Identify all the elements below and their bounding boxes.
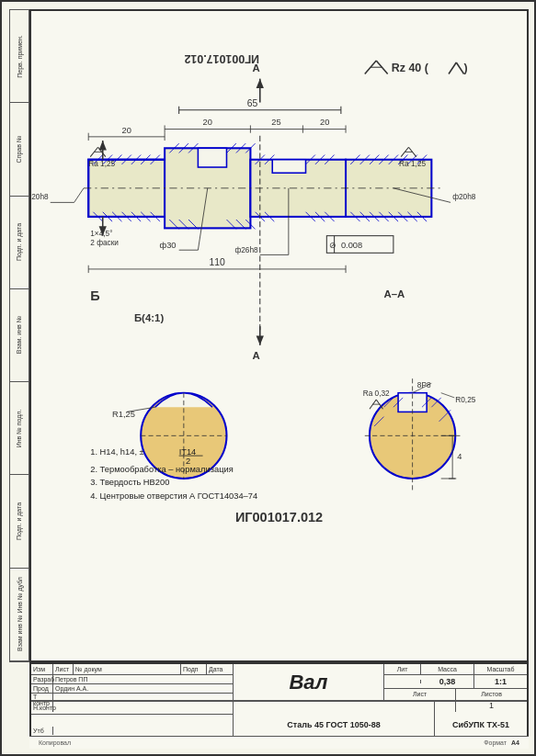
strip-vzam: Взам. инв № (10, 289, 29, 382)
svg-text:ф20h8: ф20h8 (31, 192, 49, 201)
svg-text:А: А (252, 62, 259, 73)
svg-text:R0,25: R0,25 (455, 395, 475, 404)
utv-label: Утб (31, 727, 53, 735)
lit-label: Лит (384, 664, 421, 674)
svg-text:ф26h8: ф26h8 (234, 245, 258, 254)
svg-rect-31 (198, 148, 226, 167)
svg-text:ф20h8: ф20h8 (452, 192, 476, 201)
svg-rect-45 (272, 160, 305, 174)
ra-symbol-left: Ra 1,25 (88, 147, 115, 168)
format-label: Формат (484, 739, 507, 746)
svg-text:ф30: ф30 (160, 241, 177, 250)
svg-text:Ra 1,25: Ra 1,25 (88, 159, 115, 168)
svg-text:): ) (464, 62, 468, 74)
section-arrow-a-top: А (252, 62, 263, 102)
mass-value: 0,38 (421, 675, 474, 688)
svg-line-4 (449, 62, 456, 73)
strip-podp2: Подп. и дата (10, 475, 29, 568)
svg-text:4.  Центровые отверстия А ГОСТ: 4. Центровые отверстия А ГОСТ14034–74 (90, 491, 257, 501)
mass-label: Масса (421, 664, 474, 674)
nkontr-label: Н.контр (31, 704, 53, 712)
svg-text:А: А (252, 350, 259, 361)
svg-text:ИГ001017.012: ИГ001017.012 (235, 510, 323, 525)
ra-symbol-right: Ra 1,25 (399, 147, 426, 168)
svg-text:Б(4:1): Б(4:1) (134, 312, 164, 323)
list-label: Лист (53, 664, 74, 674)
roughness-symbol-main: Rz 40 ( ) (365, 61, 468, 74)
format-value: А4 (511, 739, 519, 746)
svg-text:2 фаски: 2 фаски (90, 238, 119, 247)
svg-line-146 (441, 393, 455, 398)
svg-text:8P8: 8P8 (417, 381, 431, 390)
svg-text:Б: Б (90, 288, 99, 303)
strip-inv: Инв № подл. (10, 382, 29, 475)
svg-marker-120 (99, 141, 107, 150)
svg-text:⊘: ⊘ (329, 241, 336, 250)
svg-text:1.  Н14, h14, ±: 1. Н14, h14, ± (90, 447, 143, 457)
svg-text:25: 25 (271, 118, 280, 127)
strip-label-vzam-inv: Взам инв № Инв № дубл (17, 577, 23, 651)
svg-marker-124 (257, 336, 264, 345)
organization-value: СибУПК ТХ-51 (452, 720, 509, 729)
technical-drawing-svg: ИГ001017.012 Rz 40 ( ) А (31, 11, 527, 660)
doc-label: № докум (74, 664, 181, 674)
svg-marker-8 (257, 79, 264, 88)
document-title: Вал (289, 671, 327, 694)
prover-name: Ордин А.А. (53, 684, 233, 693)
page: Перв. примен. Справ № Подп. и дата Взам.… (0, 0, 536, 756)
svg-text:110: 110 (209, 257, 225, 267)
svg-text:Ra 1,25: Ra 1,25 (399, 159, 426, 168)
strip-label-podp1: Подп. и дата (17, 223, 23, 261)
izm-label: Изм (31, 664, 53, 674)
svg-text:2.  Термообработка – нормализа: 2. Термообработка – нормализация (90, 465, 233, 474)
strip-label-podp2: Подп. и дата (17, 502, 23, 540)
podp-label-h: Подп (181, 664, 207, 674)
strip-label-vzam: Взам. инв № (17, 316, 23, 354)
date-label-h: Дата (207, 664, 233, 674)
copy-format-row: Копировал Формат А4 (29, 736, 529, 749)
svg-line-5 (456, 62, 463, 73)
svg-text:А–А: А–А (384, 288, 405, 299)
svg-text:3.  Твердость НВ200: 3. Твердость НВ200 (90, 478, 169, 487)
strip-perv: Перв. примен. (10, 10, 29, 103)
left-strip: Перв. примен. Справ № Подп. и дата Взам.… (9, 9, 29, 662)
title-top-row: Изм Лист № докум Подп Дата Разраб Петров… (31, 664, 527, 701)
razrab-name: Петров ПП (53, 675, 233, 683)
svg-text:65: 65 (247, 98, 258, 108)
strip-label-inv: Инв № подл. (17, 409, 23, 447)
svg-text:20: 20 (121, 126, 131, 135)
svg-text:20: 20 (320, 118, 329, 127)
svg-text:Rz 40 (: Rz 40 ( (392, 62, 429, 74)
strip-sprav: Справ № (10, 103, 29, 196)
strip-label-sprav: Справ № (17, 136, 23, 164)
svg-text:4: 4 (457, 452, 462, 461)
svg-line-97 (74, 188, 84, 203)
scale-value: 1:1 (474, 675, 527, 688)
strip-label-perv: Перв. примен. (17, 35, 23, 78)
sheets-label-r: Листов (456, 689, 527, 699)
svg-text:Ra 0,32: Ra 0,32 (363, 389, 390, 398)
drawing-area: ИГ001017.012 Rz 40 ( ) А (29, 9, 529, 662)
sheet-label-r: Лист (384, 689, 456, 699)
razrab-label: Разраб (31, 675, 53, 683)
kopiroval-label: Копировал (39, 739, 71, 746)
svg-text:0.008: 0.008 (341, 241, 362, 250)
title-main: Вал (234, 664, 384, 700)
strip-podp1: Подп. и дата (10, 197, 29, 289)
material-value: Сталь 45 ГОСТ 1050-88 (287, 720, 380, 729)
svg-text:IT14: IT14 (179, 447, 197, 457)
masshtab-label: Масштаб (474, 664, 527, 674)
strip-vzam-inv: Взам инв № Инв № дубл (10, 569, 29, 661)
doc-number-top: ИГ001017.012 (184, 52, 259, 65)
svg-text:20: 20 (203, 118, 212, 127)
section-aa-view: 8P8 R0,25 Ra 0,32 4 (363, 378, 476, 492)
